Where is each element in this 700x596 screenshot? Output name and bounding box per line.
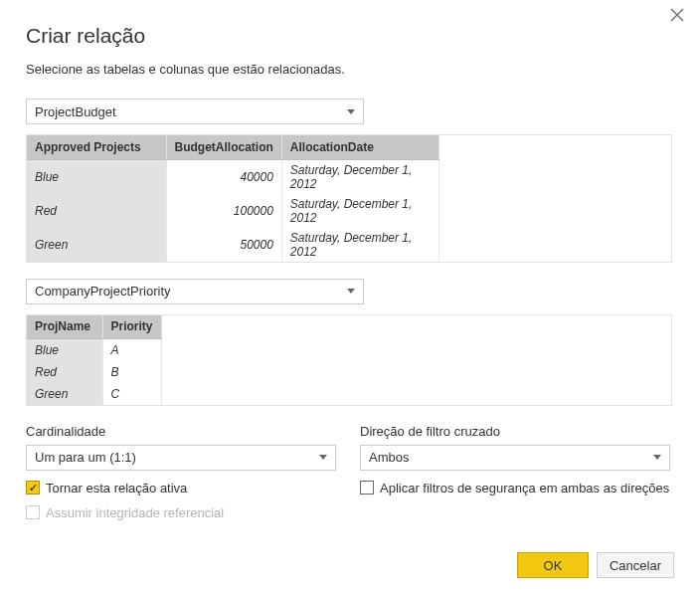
table1-select-value: ProjectBudget [35, 104, 116, 119]
table-row[interactable]: Blue40000Saturday, December 1, 2012 [27, 159, 438, 194]
apply-security-checkbox[interactable] [360, 481, 374, 495]
crossfilter-label: Direção de filtro cruzado [360, 424, 674, 439]
cardinality-value: Um para um (1:1) [35, 450, 136, 465]
ok-button[interactable]: OK [517, 552, 589, 578]
dialog-title: Criar relação [26, 24, 674, 48]
table2-header[interactable]: Priority [102, 315, 161, 339]
table-row[interactable]: Red100000Saturday, December 1, 2012 [27, 194, 438, 228]
table1-header[interactable]: AllocationDate [281, 135, 438, 159]
table1-preview: Approved Projects BudgetAllocation Alloc… [26, 134, 672, 263]
chevron-down-icon [653, 455, 661, 460]
table2-select-value: CompanyProjectPriority [35, 284, 171, 298]
crossfilter-select[interactable]: Ambos [360, 445, 670, 471]
chevron-down-icon [347, 289, 355, 294]
table2-header[interactable]: ProjName [27, 315, 102, 339]
options-row: Cardinalidade Um para um (1:1) ✓ Tornar … [26, 424, 674, 520]
dialog-subtitle: Selecione as tabelas e colunas que estão… [26, 62, 674, 77]
close-icon [670, 8, 684, 22]
table-row[interactable]: Green50000Saturday, December 1, 2012 [27, 228, 438, 262]
dialog-footer: OK Cancelar [517, 552, 674, 578]
cardinality-label: Cardinalidade [26, 424, 340, 439]
create-relationship-dialog: Criar relação Selecione as tabelas e col… [0, 0, 700, 596]
apply-security-label: Aplicar filtros de segurança em ambas as… [380, 481, 669, 496]
table-row[interactable]: GreenC [27, 383, 161, 405]
table-row[interactable]: BlueA [27, 339, 161, 361]
table2-preview: ProjName Priority BlueA RedB GreenC [26, 314, 672, 406]
make-active-checkbox[interactable]: ✓ [26, 481, 40, 495]
assume-ref-label: Assumir integridade referencial [46, 505, 224, 520]
cancel-button[interactable]: Cancelar [597, 552, 674, 578]
table1-header[interactable]: BudgetAllocation [166, 135, 281, 159]
table2-section: CompanyProjectPriority ProjName Priority… [26, 279, 674, 406]
cardinality-select[interactable]: Um para um (1:1) [26, 445, 336, 471]
table1-select[interactable]: ProjectBudget [26, 99, 364, 124]
make-active-label: Tornar esta relação ativa [46, 481, 187, 496]
table1-section: ProjectBudget Approved Projects BudgetAl… [26, 99, 674, 263]
close-button[interactable] [670, 8, 690, 28]
crossfilter-value: Ambos [369, 450, 409, 465]
table1-header[interactable]: Approved Projects [27, 135, 166, 159]
table2-select[interactable]: CompanyProjectPriority [26, 279, 364, 304]
table-row[interactable]: RedB [27, 361, 161, 383]
chevron-down-icon [347, 109, 355, 114]
chevron-down-icon [319, 455, 327, 460]
assume-ref-checkbox [26, 505, 40, 519]
